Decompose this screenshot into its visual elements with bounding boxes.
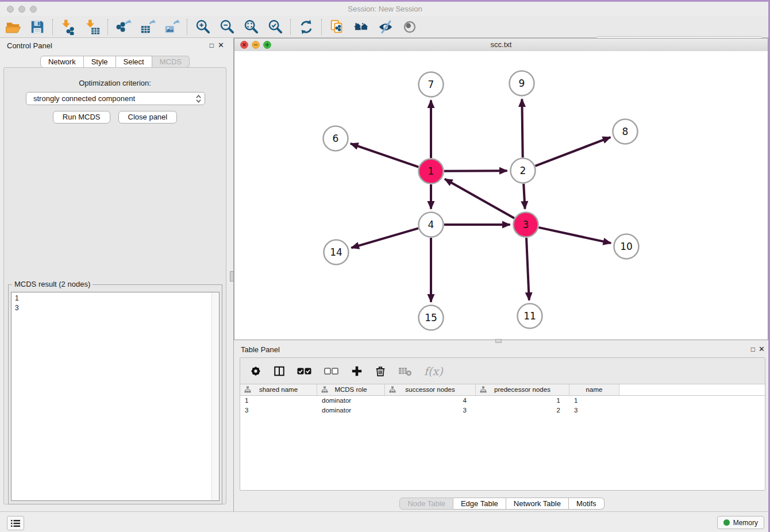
cell-MCDS-role[interactable]: dominator — [317, 396, 385, 406]
mcds-result-group: MCDS result (2 nodes) 1 3 — [8, 284, 222, 504]
graph-node-label-1: 1 — [428, 165, 434, 177]
column-header-predecessor-nodes[interactable]: predecessor nodes — [476, 384, 569, 395]
window-title: Session: New Session — [0, 5, 770, 13]
open-file-icon[interactable] — [5, 18, 22, 36]
network-graph: 1234678910111415 — [234, 51, 768, 340]
show-panel-icon[interactable] — [401, 18, 418, 36]
mcds-result-scrollbar[interactable] — [211, 292, 219, 500]
tab-node-table[interactable]: Node Table — [399, 498, 453, 510]
save-session-icon[interactable] — [29, 18, 46, 36]
network-window: scc.txt 1234678910111415 — [234, 38, 768, 340]
graph-node-label-2: 2 — [520, 165, 526, 176]
control-panel-close-icon[interactable]: ✕ — [218, 42, 224, 49]
graph-edge-2-9[interactable] — [522, 99, 522, 157]
vertical-splitter-handle[interactable] — [230, 271, 234, 282]
select-all-columns-icon[interactable] — [297, 365, 312, 377]
export-image-icon[interactable] — [163, 18, 180, 36]
column-header-MCDS-role[interactable]: MCDS role — [317, 384, 385, 395]
graph-edge-1-6[interactable] — [351, 144, 418, 167]
toolbar-separator — [321, 19, 322, 35]
graph-node-label-11: 11 — [523, 310, 536, 322]
table-rows: 1dominator4113dominator323 — [240, 396, 765, 415]
status-bar: Memory — [0, 511, 770, 532]
table-row-1[interactable]: 1dominator411 — [240, 396, 765, 406]
cell-name[interactable]: 1 — [569, 396, 619, 406]
tab-network[interactable]: Network — [40, 56, 84, 68]
control-panel-tabbar: NetworkStyleSelectMCDS — [0, 56, 230, 68]
hide-panel-icon[interactable] — [377, 18, 394, 36]
graph-node-label-6: 6 — [333, 133, 339, 144]
network-canvas[interactable]: 1234678910111415 — [234, 51, 768, 340]
toolbar-separator — [290, 19, 291, 35]
refresh-icon[interactable] — [298, 18, 315, 36]
graph-edge-3-10[interactable] — [538, 228, 611, 243]
table-row-2[interactable]: 3dominator323 — [240, 406, 765, 415]
zoom-in-icon[interactable] — [194, 18, 211, 36]
import-table-icon[interactable] — [84, 18, 101, 36]
tab-style[interactable]: Style — [84, 56, 116, 68]
column-header-name[interactable]: name — [569, 384, 619, 395]
clone-network-icon[interactable] — [329, 18, 346, 36]
zoom-fit-icon[interactable] — [242, 18, 260, 36]
export-table-icon[interactable] — [139, 18, 156, 36]
optimization-criterion-value: strongly connected component — [33, 94, 135, 103]
desktop-edge-top — [0, 0, 770, 2]
tab-network-table[interactable]: Network Table — [506, 498, 569, 510]
optimization-criterion-select[interactable]: strongly connected component — [26, 92, 205, 105]
graph-node-label-15: 15 — [425, 312, 437, 323]
tab-mcds[interactable]: MCDS — [152, 56, 190, 68]
mcds-result-list[interactable]: 1 3 — [11, 292, 220, 501]
deselect-all-columns-icon[interactable] — [324, 365, 339, 377]
graph-edge-4-14[interactable] — [351, 228, 418, 248]
close-panel-button[interactable]: Close panel — [118, 111, 178, 124]
cell-successor-nodes[interactable]: 4 — [385, 396, 476, 406]
table-panel-title: Table Panel — [241, 345, 280, 354]
memory-button[interactable]: Memory — [717, 516, 764, 529]
optimization-criterion-label: Optimization criterion: — [4, 79, 226, 87]
graph-edge-1-2[interactable] — [444, 171, 507, 171]
column-header-successor-nodes[interactable]: successor nodes — [385, 384, 476, 395]
graph-node-label-4: 4 — [428, 219, 434, 230]
cell-successor-nodes[interactable]: 3 — [385, 406, 476, 415]
network-window-titlebar[interactable]: scc.txt — [234, 38, 768, 52]
cell-predecessor-nodes[interactable]: 2 — [476, 406, 569, 415]
home-icon[interactable] — [353, 18, 370, 36]
cell-MCDS-role[interactable]: dominator — [317, 406, 385, 415]
export-network-icon[interactable] — [115, 18, 132, 36]
graph-edge-3-1[interactable] — [445, 179, 514, 218]
memory-status-icon — [723, 519, 730, 526]
import-network-icon[interactable] — [60, 18, 77, 36]
tab-select[interactable]: Select — [116, 56, 152, 68]
tab-edge-table[interactable]: Edge Table — [453, 498, 506, 510]
cell-shared-name[interactable]: 3 — [240, 406, 317, 415]
cell-predecessor-nodes[interactable]: 1 — [476, 396, 569, 406]
column-header-shared-name[interactable]: shared name — [240, 384, 317, 395]
zoom-out-icon[interactable] — [218, 18, 236, 36]
cell-shared-name[interactable]: 1 — [240, 396, 317, 406]
control-panel-title: Control Panel — [7, 41, 52, 50]
graph-node-label-14: 14 — [330, 246, 342, 258]
main-toolbar — [0, 16, 770, 38]
control-panel-float-icon[interactable]: □ — [210, 42, 214, 49]
add-row-icon[interactable] — [351, 365, 363, 377]
apply-function-icon[interactable]: f(x) — [424, 365, 443, 377]
mcds-result-values: 1 3 — [15, 294, 19, 313]
graph-edge-2-8[interactable] — [535, 137, 610, 166]
graph-edge-2-3[interactable] — [523, 184, 525, 209]
graph-edge-3-11[interactable] — [526, 238, 529, 300]
table-panel-float-icon[interactable]: □ — [751, 346, 755, 353]
mcds-panel: Optimization criterion: strongly connect… — [3, 67, 226, 504]
cell-name[interactable]: 3 — [569, 406, 619, 415]
list-icon — [10, 519, 21, 527]
delete-table-icon[interactable] — [398, 365, 412, 377]
zoom-selected-icon[interactable] — [267, 18, 284, 36]
tab-motifs[interactable]: Motifs — [569, 498, 605, 510]
table-panel-close-icon[interactable]: ✕ — [759, 346, 765, 353]
vertical-splitter[interactable] — [230, 38, 234, 511]
task-history-button[interactable] — [7, 516, 24, 530]
run-mcds-button[interactable]: Run MCDS — [53, 111, 110, 124]
delete-row-icon[interactable] — [375, 365, 386, 377]
table-settings-icon[interactable] — [250, 365, 261, 377]
control-panel: Control Panel □ ✕ NetworkStyleSelectMCDS… — [0, 38, 230, 511]
split-columns-icon[interactable] — [274, 365, 285, 377]
